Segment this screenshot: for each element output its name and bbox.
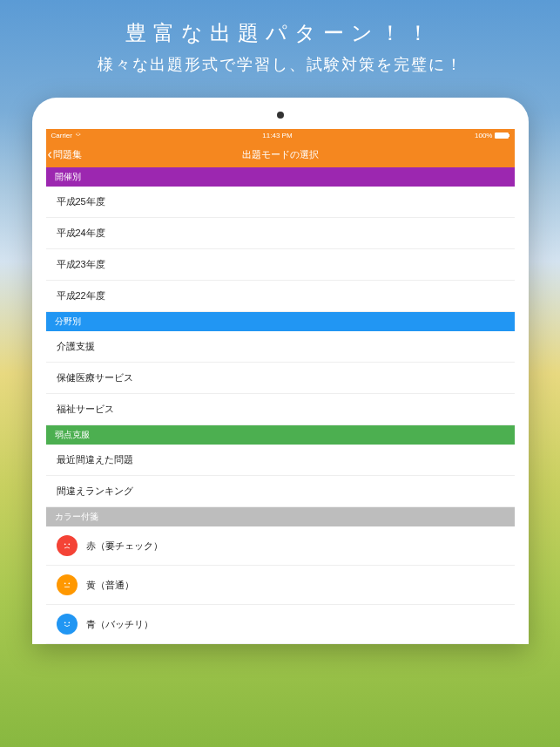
face-sad-icon — [57, 535, 78, 556]
list-item-label: 黄（普通） — [86, 579, 134, 592]
app-screen: Carrier ⌔ 11:43 PM 100% ‹ 問題集 出題モードの選択 開… — [46, 129, 515, 644]
list-item-label: 最近間違えた問題 — [57, 453, 133, 466]
list-item[interactable]: 平成25年度 — [46, 187, 515, 218]
face-neutral-icon — [57, 574, 78, 595]
section-header-weakness: 弱点克服 — [46, 425, 515, 445]
list-item-label: 介護支援 — [57, 340, 95, 353]
list-item[interactable]: 平成23年度 — [46, 249, 515, 281]
svg-point-1 — [68, 543, 70, 545]
list-item[interactable]: 福祉サービス — [46, 394, 515, 425]
section-header-color: カラー付箋 — [46, 507, 515, 526]
list-item[interactable]: 介護支援 — [46, 331, 515, 363]
section-header-field: 分野別 — [46, 312, 515, 331]
svg-point-3 — [68, 582, 70, 584]
svg-point-5 — [64, 621, 65, 623]
face-happy-icon — [57, 614, 78, 635]
svg-point-2 — [64, 582, 65, 584]
svg-point-0 — [64, 543, 65, 545]
wifi-icon: ⌔ — [76, 131, 80, 139]
list-item-label: 平成25年度 — [57, 195, 105, 208]
chevron-left-icon: ‹ — [48, 147, 52, 161]
list-item-label: 保健医療サービス — [57, 371, 133, 384]
list-item[interactable]: 間違えランキング — [46, 476, 515, 507]
promo-title: 豊富な出題パターン！！ — [0, 0, 560, 47]
camera-dot — [277, 112, 284, 119]
svg-point-6 — [68, 621, 70, 623]
list-item[interactable]: 赤（要チェック） — [46, 526, 515, 566]
nav-title: 出題モードの選択 — [242, 148, 319, 161]
list-item-label: 赤（要チェック） — [86, 540, 163, 553]
battery-icon — [495, 132, 509, 139]
list-item-label: 間違えランキング — [57, 485, 133, 498]
back-button[interactable]: ‹ 問題集 — [48, 147, 82, 161]
nav-bar: ‹ 問題集 出題モードの選択 — [46, 141, 515, 167]
status-time: 11:43 PM — [262, 132, 292, 139]
list-item[interactable]: 平成24年度 — [46, 218, 515, 249]
list-item-label: 青（バッチリ） — [86, 618, 153, 631]
list-item[interactable]: 平成22年度 — [46, 281, 515, 312]
tablet-frame: Carrier ⌔ 11:43 PM 100% ‹ 問題集 出題モードの選択 開… — [32, 98, 529, 644]
status-bar: Carrier ⌔ 11:43 PM 100% — [46, 129, 515, 141]
list-item[interactable]: 保健医療サービス — [46, 363, 515, 394]
list-item[interactable]: 黄（普通） — [46, 566, 515, 605]
list-item-label: 平成23年度 — [57, 258, 105, 271]
carrier-label: Carrier — [51, 132, 72, 139]
list-item-label: 福祉サービス — [57, 403, 114, 416]
back-label: 問題集 — [53, 148, 82, 161]
battery-percent: 100% — [475, 132, 492, 139]
list-item[interactable]: 青（バッチリ） — [46, 605, 515, 644]
section-header-year: 開催別 — [46, 167, 515, 187]
list-item[interactable]: 最近間違えた問題 — [46, 445, 515, 476]
promo-subtitle: 様々な出題形式で学習し、試験対策を完璧に！ — [0, 47, 560, 75]
list-item-label: 平成24年度 — [57, 227, 105, 240]
list-item-label: 平成22年度 — [57, 289, 105, 302]
